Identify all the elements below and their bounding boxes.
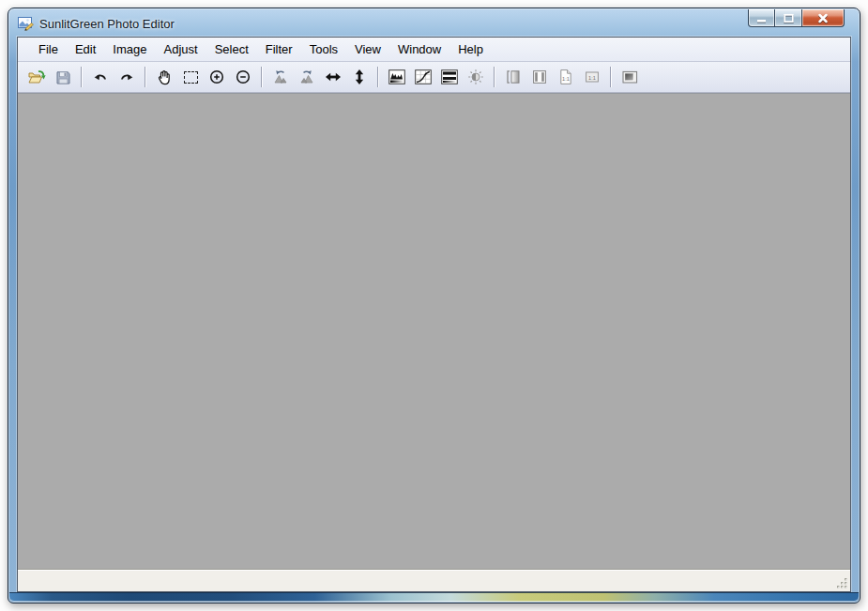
fullscreen-button[interactable]: [617, 65, 642, 89]
undo-icon: [92, 69, 109, 85]
color-balance-button[interactable]: [464, 65, 488, 89]
statusbar: [18, 569, 850, 591]
menu-edit[interactable]: Edit: [67, 38, 104, 61]
close-button[interactable]: [802, 9, 845, 27]
toolbar-separator: [145, 67, 146, 87]
menu-view[interactable]: View: [346, 38, 389, 61]
select-rectangle-button[interactable]: [178, 65, 203, 89]
app-window: SunlitGreen Photo Editor: [8, 8, 860, 603]
menu-filter[interactable]: Filter: [257, 38, 301, 61]
menu-select[interactable]: Select: [206, 38, 257, 61]
actual-size-button[interactable]: 1:1: [554, 65, 578, 89]
resize-grip[interactable]: [835, 576, 848, 589]
curves-icon: [415, 69, 432, 84]
rotate-ccw-button[interactable]: [268, 65, 293, 89]
flip-horizontal-icon: [325, 69, 342, 85]
maximize-icon: [781, 11, 797, 25]
channel-mixer-icon: [441, 69, 458, 84]
menu-window[interactable]: Window: [389, 38, 449, 61]
titlebar[interactable]: SunlitGreen Photo Editor: [8, 8, 860, 37]
zoom-100-icon: 1:1: [584, 69, 601, 85]
toolbar-separator: [494, 67, 495, 87]
save-button[interactable]: [51, 65, 75, 89]
fit-window-icon: [531, 69, 548, 85]
zoom-in-button[interactable]: [205, 65, 229, 89]
menu-tools[interactable]: Tools: [301, 38, 346, 61]
fit-width-icon: [505, 69, 522, 85]
desktop: SunlitGreen Photo Editor: [0, 0, 868, 611]
levels-button[interactable]: [385, 65, 409, 89]
zoom-out-button[interactable]: [231, 65, 255, 89]
menu-file[interactable]: File: [30, 38, 67, 61]
app-icon: [18, 16, 34, 31]
curves-button[interactable]: [411, 65, 435, 89]
open-icon: [27, 69, 46, 85]
window-controls: [748, 9, 845, 27]
client-area: File Edit Image Adjust Select Filter Too…: [17, 37, 851, 592]
redo-button[interactable]: [114, 65, 139, 89]
zoom-100-label: 1:1: [588, 75, 596, 81]
levels-icon: [388, 69, 405, 84]
window-border-bottom: [9, 592, 859, 602]
fit-window-button[interactable]: [527, 65, 552, 89]
marquee-icon: [184, 71, 198, 84]
rotate-cw-button[interactable]: [295, 65, 319, 89]
save-icon: [55, 69, 71, 85]
flip-vertical-button[interactable]: [347, 65, 372, 89]
rotate-cw-icon: [298, 69, 315, 85]
pan-tool-button[interactable]: [152, 65, 176, 89]
minimize-icon: [754, 11, 769, 25]
zoom-in-icon: [208, 69, 225, 85]
window-title: SunlitGreen Photo Editor: [39, 17, 175, 31]
menu-image[interactable]: Image: [104, 38, 155, 61]
zoom-out-icon: [235, 69, 251, 85]
menu-help[interactable]: Help: [449, 38, 492, 61]
redo-icon: [118, 69, 135, 85]
toolbar-separator: [610, 67, 612, 87]
zoom-100-button[interactable]: 1:1: [580, 65, 604, 89]
open-button[interactable]: [24, 65, 49, 89]
sun-icon: [467, 69, 484, 85]
undo-button[interactable]: [88, 65, 113, 89]
rotate-ccw-icon: [272, 69, 289, 85]
flip-vertical-icon: [351, 69, 368, 85]
flip-horizontal-button[interactable]: [321, 65, 345, 89]
hand-icon: [156, 69, 173, 85]
toolbar-separator: [261, 67, 263, 87]
close-icon: [815, 11, 830, 25]
channel-mixer-button[interactable]: [437, 65, 462, 89]
fit-width-button[interactable]: [501, 65, 525, 89]
minimize-button[interactable]: [748, 9, 775, 27]
toolbar-separator: [81, 67, 83, 87]
workspace-canvas[interactable]: [18, 93, 850, 569]
toolbar: 1:1 1:1: [18, 62, 850, 93]
menubar: File Edit Image Adjust Select Filter Too…: [18, 38, 850, 62]
toolbar-separator: [377, 67, 379, 87]
menu-adjust[interactable]: Adjust: [156, 38, 206, 61]
maximize-button[interactable]: [775, 9, 802, 27]
fullscreen-icon: [621, 69, 639, 85]
actual-size-label: 1:1: [562, 76, 570, 82]
actual-size-icon: 1:1: [557, 69, 574, 85]
